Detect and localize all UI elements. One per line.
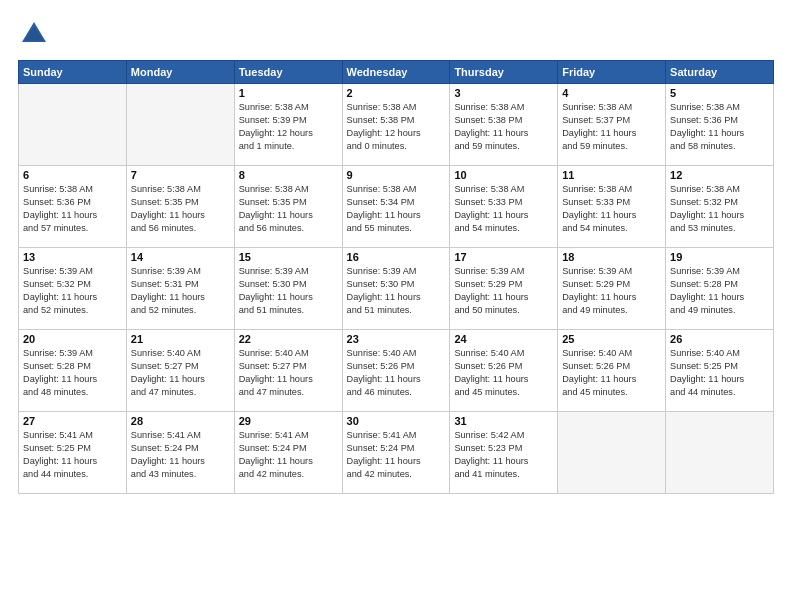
calendar-cell: 29Sunrise: 5:41 AMSunset: 5:24 PMDayligh… (234, 412, 342, 494)
day-info: Sunrise: 5:40 AMSunset: 5:27 PMDaylight:… (239, 347, 338, 399)
day-number: 14 (131, 251, 230, 263)
day-info: Sunrise: 5:41 AMSunset: 5:24 PMDaylight:… (131, 429, 230, 481)
day-number: 31 (454, 415, 553, 427)
day-info: Sunrise: 5:39 AMSunset: 5:32 PMDaylight:… (23, 265, 122, 317)
calendar-cell: 5Sunrise: 5:38 AMSunset: 5:36 PMDaylight… (666, 84, 774, 166)
day-info: Sunrise: 5:38 AMSunset: 5:36 PMDaylight:… (670, 101, 769, 153)
weekday-header-row: SundayMondayTuesdayWednesdayThursdayFrid… (19, 61, 774, 84)
weekday-header-wednesday: Wednesday (342, 61, 450, 84)
day-info: Sunrise: 5:38 AMSunset: 5:33 PMDaylight:… (454, 183, 553, 235)
day-info: Sunrise: 5:38 AMSunset: 5:35 PMDaylight:… (239, 183, 338, 235)
day-number: 8 (239, 169, 338, 181)
day-number: 5 (670, 87, 769, 99)
week-row-4: 20Sunrise: 5:39 AMSunset: 5:28 PMDayligh… (19, 330, 774, 412)
weekday-header-tuesday: Tuesday (234, 61, 342, 84)
calendar-cell: 31Sunrise: 5:42 AMSunset: 5:23 PMDayligh… (450, 412, 558, 494)
calendar-cell: 13Sunrise: 5:39 AMSunset: 5:32 PMDayligh… (19, 248, 127, 330)
calendar-cell: 4Sunrise: 5:38 AMSunset: 5:37 PMDaylight… (558, 84, 666, 166)
weekday-header-friday: Friday (558, 61, 666, 84)
day-info: Sunrise: 5:40 AMSunset: 5:26 PMDaylight:… (562, 347, 661, 399)
calendar-table: SundayMondayTuesdayWednesdayThursdayFrid… (18, 60, 774, 494)
day-number: 10 (454, 169, 553, 181)
day-number: 7 (131, 169, 230, 181)
calendar-cell: 2Sunrise: 5:38 AMSunset: 5:38 PMDaylight… (342, 84, 450, 166)
logo-icon (18, 18, 50, 50)
day-info: Sunrise: 5:38 AMSunset: 5:36 PMDaylight:… (23, 183, 122, 235)
calendar-cell: 18Sunrise: 5:39 AMSunset: 5:29 PMDayligh… (558, 248, 666, 330)
week-row-3: 13Sunrise: 5:39 AMSunset: 5:32 PMDayligh… (19, 248, 774, 330)
day-number: 24 (454, 333, 553, 345)
logo (18, 18, 54, 50)
calendar-cell: 7Sunrise: 5:38 AMSunset: 5:35 PMDaylight… (126, 166, 234, 248)
day-info: Sunrise: 5:41 AMSunset: 5:24 PMDaylight:… (239, 429, 338, 481)
day-info: Sunrise: 5:39 AMSunset: 5:29 PMDaylight:… (454, 265, 553, 317)
day-number: 18 (562, 251, 661, 263)
day-info: Sunrise: 5:39 AMSunset: 5:28 PMDaylight:… (670, 265, 769, 317)
weekday-header-saturday: Saturday (666, 61, 774, 84)
day-number: 3 (454, 87, 553, 99)
day-info: Sunrise: 5:38 AMSunset: 5:34 PMDaylight:… (347, 183, 446, 235)
calendar-cell: 14Sunrise: 5:39 AMSunset: 5:31 PMDayligh… (126, 248, 234, 330)
day-number: 17 (454, 251, 553, 263)
calendar-cell: 27Sunrise: 5:41 AMSunset: 5:25 PMDayligh… (19, 412, 127, 494)
day-info: Sunrise: 5:38 AMSunset: 5:38 PMDaylight:… (454, 101, 553, 153)
calendar-cell: 6Sunrise: 5:38 AMSunset: 5:36 PMDaylight… (19, 166, 127, 248)
day-info: Sunrise: 5:42 AMSunset: 5:23 PMDaylight:… (454, 429, 553, 481)
calendar-cell: 15Sunrise: 5:39 AMSunset: 5:30 PMDayligh… (234, 248, 342, 330)
calendar-cell: 21Sunrise: 5:40 AMSunset: 5:27 PMDayligh… (126, 330, 234, 412)
calendar-cell: 12Sunrise: 5:38 AMSunset: 5:32 PMDayligh… (666, 166, 774, 248)
day-number: 20 (23, 333, 122, 345)
day-number: 27 (23, 415, 122, 427)
weekday-header-monday: Monday (126, 61, 234, 84)
day-info: Sunrise: 5:39 AMSunset: 5:31 PMDaylight:… (131, 265, 230, 317)
calendar-cell: 16Sunrise: 5:39 AMSunset: 5:30 PMDayligh… (342, 248, 450, 330)
week-row-2: 6Sunrise: 5:38 AMSunset: 5:36 PMDaylight… (19, 166, 774, 248)
calendar-cell (19, 84, 127, 166)
day-number: 16 (347, 251, 446, 263)
day-info: Sunrise: 5:39 AMSunset: 5:28 PMDaylight:… (23, 347, 122, 399)
day-number: 19 (670, 251, 769, 263)
calendar-cell: 25Sunrise: 5:40 AMSunset: 5:26 PMDayligh… (558, 330, 666, 412)
header (18, 18, 774, 50)
calendar-cell: 22Sunrise: 5:40 AMSunset: 5:27 PMDayligh… (234, 330, 342, 412)
day-info: Sunrise: 5:40 AMSunset: 5:27 PMDaylight:… (131, 347, 230, 399)
calendar-cell: 20Sunrise: 5:39 AMSunset: 5:28 PMDayligh… (19, 330, 127, 412)
calendar-cell: 28Sunrise: 5:41 AMSunset: 5:24 PMDayligh… (126, 412, 234, 494)
day-number: 23 (347, 333, 446, 345)
day-number: 4 (562, 87, 661, 99)
day-number: 21 (131, 333, 230, 345)
day-info: Sunrise: 5:40 AMSunset: 5:26 PMDaylight:… (347, 347, 446, 399)
calendar-cell: 11Sunrise: 5:38 AMSunset: 5:33 PMDayligh… (558, 166, 666, 248)
day-number: 22 (239, 333, 338, 345)
day-number: 26 (670, 333, 769, 345)
day-number: 6 (23, 169, 122, 181)
calendar-cell: 3Sunrise: 5:38 AMSunset: 5:38 PMDaylight… (450, 84, 558, 166)
day-number: 12 (670, 169, 769, 181)
day-info: Sunrise: 5:39 AMSunset: 5:30 PMDaylight:… (347, 265, 446, 317)
day-info: Sunrise: 5:40 AMSunset: 5:26 PMDaylight:… (454, 347, 553, 399)
calendar-cell: 1Sunrise: 5:38 AMSunset: 5:39 PMDaylight… (234, 84, 342, 166)
day-info: Sunrise: 5:39 AMSunset: 5:29 PMDaylight:… (562, 265, 661, 317)
day-info: Sunrise: 5:41 AMSunset: 5:24 PMDaylight:… (347, 429, 446, 481)
weekday-header-sunday: Sunday (19, 61, 127, 84)
day-number: 15 (239, 251, 338, 263)
calendar-cell: 9Sunrise: 5:38 AMSunset: 5:34 PMDaylight… (342, 166, 450, 248)
day-number: 30 (347, 415, 446, 427)
day-info: Sunrise: 5:38 AMSunset: 5:37 PMDaylight:… (562, 101, 661, 153)
calendar-cell (666, 412, 774, 494)
weekday-header-thursday: Thursday (450, 61, 558, 84)
day-number: 1 (239, 87, 338, 99)
calendar-cell: 10Sunrise: 5:38 AMSunset: 5:33 PMDayligh… (450, 166, 558, 248)
day-number: 11 (562, 169, 661, 181)
calendar-cell: 17Sunrise: 5:39 AMSunset: 5:29 PMDayligh… (450, 248, 558, 330)
day-info: Sunrise: 5:41 AMSunset: 5:25 PMDaylight:… (23, 429, 122, 481)
week-row-1: 1Sunrise: 5:38 AMSunset: 5:39 PMDaylight… (19, 84, 774, 166)
calendar-cell (126, 84, 234, 166)
day-number: 28 (131, 415, 230, 427)
day-info: Sunrise: 5:39 AMSunset: 5:30 PMDaylight:… (239, 265, 338, 317)
day-info: Sunrise: 5:38 AMSunset: 5:39 PMDaylight:… (239, 101, 338, 153)
day-info: Sunrise: 5:40 AMSunset: 5:25 PMDaylight:… (670, 347, 769, 399)
page: SundayMondayTuesdayWednesdayThursdayFrid… (0, 0, 792, 612)
calendar-cell: 8Sunrise: 5:38 AMSunset: 5:35 PMDaylight… (234, 166, 342, 248)
day-number: 29 (239, 415, 338, 427)
